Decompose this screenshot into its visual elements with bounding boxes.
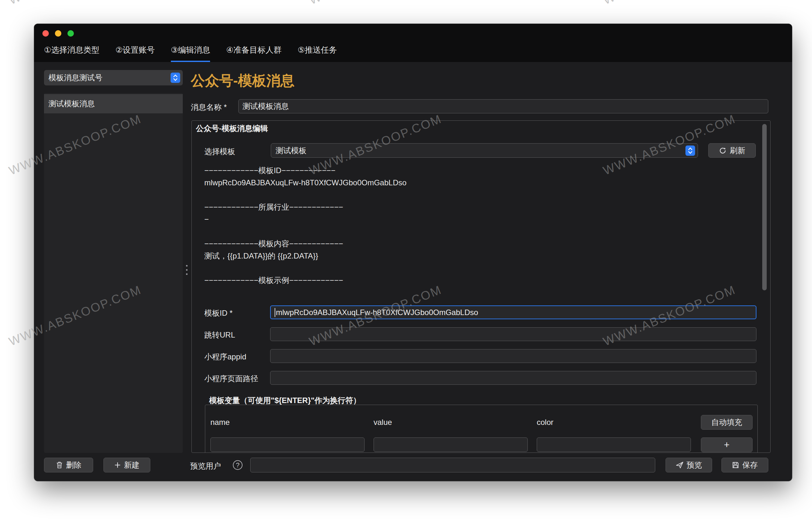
jump-url-label: 跳转URL [204,330,235,340]
refresh-button[interactable]: 刷新 [708,143,756,158]
account-selector[interactable]: 模板消息测试号 [44,70,183,85]
new-button[interactable]: 新建 [103,458,150,472]
variable-color-input[interactable] [537,437,691,452]
column-header-color: color [537,418,553,427]
template-info: −−−−−−−−−−−−模板ID−−−−−−−−−−−− mlwpRcDo9AB… [204,164,407,287]
help-icon[interactable]: ? [233,460,243,470]
template-id-value: mlwpRcDo9ABJBAXuqLFw-h8T0XfCWJGbo0OmGabL… [276,308,478,317]
save-icon [732,461,739,469]
page-title: 公众号-模板消息 [191,71,294,90]
tab-set-account[interactable]: ②设置账号 [115,39,155,62]
info-line [204,225,407,238]
variables-group: name value color 自动填充 + [205,405,758,453]
miniprogram-path-label: 小程序页面路径 [204,373,258,384]
jump-url-input[interactable] [270,327,756,341]
template-id-label: 模板ID * [204,308,233,318]
miniprogram-path-input[interactable] [270,371,756,385]
refresh-label: 刷新 [730,146,745,156]
column-header-name: name [211,418,230,427]
info-line: 测试，{{p1.DATA}}的 {{p2.DATA}} [204,250,407,262]
tab-prepare-audience[interactable]: ④准备目标人群 [226,39,281,62]
column-header-value: value [374,418,392,427]
watermark: WWW.ABSKOOP.COM [601,0,738,8]
preview-user-label: 预览用户 [190,461,221,471]
send-icon [676,461,683,469]
panel-scrollbar[interactable] [762,124,767,290]
message-name-input[interactable]: 测试模板消息 [238,99,768,113]
plus-icon [114,462,121,468]
preview-user-input[interactable] [250,458,655,472]
trash-icon [56,461,63,469]
template-editor-panel: 公众号-模板消息编辑 选择模板 测试模板 刷新 −−−−−−−−−−−−模板ID… [191,120,771,453]
info-line: −−−−−−−−−−−−模板示例−−−−−−−−−−−− [204,274,407,287]
account-selector-value: 模板消息测试号 [48,73,102,83]
info-line [204,189,407,201]
watermark: WWW.ABSKOOP.COM [7,0,143,8]
info-line: − [204,213,407,225]
preview-label: 预览 [687,460,702,470]
add-variable-button[interactable]: + [701,437,753,452]
minimize-window-button[interactable] [55,30,61,36]
preview-button[interactable]: 预览 [666,458,712,472]
save-label: 保存 [742,460,758,470]
info-line: −−−−−−−−−−−−模板ID−−−−−−−−−−−− [204,164,407,177]
close-window-button[interactable] [42,30,49,36]
variable-value-input[interactable] [374,437,528,452]
template-id-input[interactable]: mlwpRcDo9ABJBAXuqLFw-h8T0XfCWJGbo0OmGabL… [270,305,756,319]
info-line: mlwpRcDo9ABJBAXuqLFw-h8T0XfCWJGbo0OmGabL… [204,177,407,189]
zoom-window-button[interactable] [68,30,74,36]
message-list: 测试模板消息 [44,93,183,453]
info-line: −−−−−−−−−−−−模板内容−−−−−−−−−−−− [204,238,407,250]
message-list-item[interactable]: 测试模板消息 [44,94,183,113]
save-button[interactable]: 保存 [722,458,768,472]
titlebar: ①选择消息类型 ②设置账号 ③编辑消息 ④准备目标人群 ⑤推送任务 [34,24,792,62]
watermark: WWW.ABSKOOP.COM [307,0,444,8]
text-caret [275,308,275,317]
chevron-up-down-icon [685,146,695,156]
template-select-value: 测试模板 [276,146,306,156]
message-name-value: 测试模板消息 [243,101,289,112]
info-line [204,262,407,274]
template-select[interactable]: 测试模板 [271,143,698,158]
refresh-icon [719,147,727,155]
variable-name-input[interactable] [211,437,365,452]
new-label: 新建 [124,460,140,470]
delete-button[interactable]: 删除 [44,458,93,472]
delete-label: 删除 [66,460,82,470]
message-name-label: 消息名称 * [191,102,227,113]
template-select-label: 选择模板 [204,146,235,157]
tab-edit-message[interactable]: ③编辑消息 [171,39,210,62]
chevron-up-down-icon [171,73,180,83]
tab-push-task[interactable]: ⑤推送任务 [298,39,337,62]
miniprogram-appid-label: 小程序appid [204,352,246,362]
variables-group-title: 模板变量（可使用"${ENTER}"作为换行符） [209,395,361,406]
tab-select-message-type[interactable]: ①选择消息类型 [44,39,99,62]
step-tabs: ①选择消息类型 ②设置账号 ③编辑消息 ④准备目标人群 ⑤推送任务 [44,39,337,62]
autofill-button[interactable]: 自动填充 [701,415,753,430]
editor-title: 公众号-模板消息编辑 [196,123,268,134]
info-line: −−−−−−−−−−−−所属行业−−−−−−−−−−−− [204,201,407,213]
app-window: ①选择消息类型 ②设置账号 ③编辑消息 ④准备目标人群 ⑤推送任务 模板消息测试… [34,24,792,481]
miniprogram-appid-input[interactable] [270,349,756,363]
splitter-handle[interactable] [184,265,189,275]
